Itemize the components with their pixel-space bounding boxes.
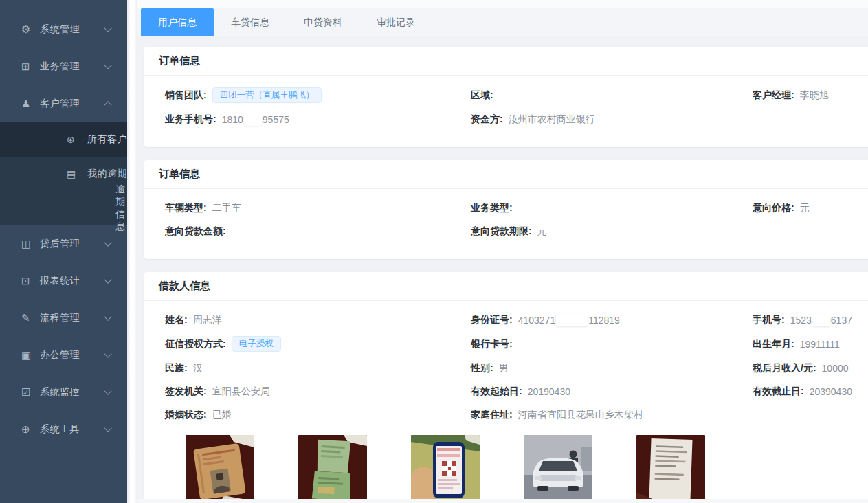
card-title-text: 借款人信息 xyxy=(159,280,210,293)
sidebar-item-label: 业务管理 xyxy=(40,60,80,73)
field-value: 李晓旭 xyxy=(800,89,829,102)
sidebar-item-label: 我的逾期 xyxy=(87,168,127,180)
field-funder: 资金方:汝州市农村商业银行 xyxy=(471,112,753,126)
green-booklet-thumbnail[interactable] xyxy=(298,435,367,503)
field-value: 6137 xyxy=(831,315,852,326)
wheel-icon: ⊛ xyxy=(67,134,87,145)
sidebar: ⚙系统管理⊞业务管理♟客户管理⊛所有客户▤我的逾期逾期信息◫贷后管理⊡报表统计✎… xyxy=(0,0,127,503)
field-name: 姓名:周志洋 xyxy=(165,313,471,327)
tab-approval-records[interactable]: 审批记录 xyxy=(359,8,432,36)
field-value: 男 xyxy=(499,362,509,375)
field-row: 民族:汉性别:男税后月收入/元:10000 xyxy=(165,361,868,375)
field-label: 区域: xyxy=(471,89,493,102)
card-order-info-1: 订单信息销售团队:四团一营（直属王鹏飞）区域:客户经理:李晓旭业务手机号:181… xyxy=(144,47,868,147)
field-label: 签发机关: xyxy=(165,385,207,398)
card-title: 订单信息 xyxy=(144,160,868,189)
chevron-up-icon xyxy=(104,101,111,109)
field-label: 银行卡号: xyxy=(471,338,513,350)
card-title: 订单信息 xyxy=(144,47,868,76)
sidebar-item-office-management[interactable]: ▣办公管理 xyxy=(0,337,127,374)
sidebar-item-business-management[interactable]: ⊞业务管理 xyxy=(0,48,127,85)
tab-label: 车贷信息 xyxy=(231,16,269,27)
field-sales-team: 销售团队:四团一营（直属王鹏飞） xyxy=(165,87,471,103)
tab-bar: 用户信息车贷信息申贷资料审批记录 xyxy=(137,8,868,36)
field-birth-date: 出生年月:19911111 xyxy=(753,336,868,352)
tab-label: 用户信息 xyxy=(158,16,197,27)
empty-cell xyxy=(753,112,868,126)
field-label: 业务手机号: xyxy=(165,113,216,126)
field-valid-until: 有效截止日:20390430 xyxy=(753,384,868,399)
user-icon: ♟ xyxy=(21,98,40,110)
horizontal-scrollbar[interactable] xyxy=(137,499,868,503)
tab-user-info[interactable]: 用户信息 xyxy=(141,8,214,36)
paper-doc-thumbnail[interactable] xyxy=(636,435,705,503)
sidebar-item-overdue-info[interactable]: 逾期信息 xyxy=(0,191,127,225)
field-label: 手机号: xyxy=(753,314,785,326)
field-value: 河南省宜阳县花果山乡木柴村 xyxy=(518,409,643,421)
field-ethnicity: 民族:汉 xyxy=(165,361,471,375)
tools-icon: ⊕ xyxy=(21,423,40,436)
person-car-thumbnail[interactable] xyxy=(524,435,592,503)
chevron-down-icon xyxy=(104,424,111,432)
phone-qr-thumbnail[interactable] xyxy=(411,435,480,503)
card-borrower-info: 借款人信息姓名:周志洋身份证号:4103271112819手机号:1523613… xyxy=(144,272,868,503)
attachment-person-car-photo: 人车合影 xyxy=(524,435,592,503)
field-valid-from: 有效起始日:20190430 xyxy=(471,384,753,399)
field-value: 112819 xyxy=(588,315,620,326)
privacy-mask xyxy=(244,113,262,126)
sidebar-item-report-statistics[interactable]: ⊡报表统计 xyxy=(0,262,127,300)
grid-icon: ⊞ xyxy=(21,60,40,73)
field-region: 区域: xyxy=(471,87,753,103)
card-title-text: 订单信息 xyxy=(159,168,200,181)
sidebar-item-label: 系统管理 xyxy=(40,23,80,36)
field-intended-price: 意向价格:元 xyxy=(753,201,868,215)
field-label: 征信授权方式: xyxy=(165,338,226,350)
field-label: 客户经理: xyxy=(753,89,794,102)
content-scrollbar[interactable] xyxy=(127,0,137,503)
tab-label: 审批记录 xyxy=(377,16,415,27)
field-row: 业务手机号:181095575资金方:汝州市农村商业银行 xyxy=(165,112,868,126)
field-value: 20390430 xyxy=(810,386,852,397)
submenu-customer-management: ⊛所有客户▤我的逾期逾期信息 xyxy=(0,122,127,225)
field-credit-auth-method: 征信授权方式:电子授权 xyxy=(165,336,471,352)
privacy-mask xyxy=(556,314,588,326)
sidebar-item-system-monitoring[interactable]: ☑系统监控 xyxy=(0,374,127,411)
field-label: 姓名: xyxy=(165,314,188,326)
document-icon: ▤ xyxy=(67,168,87,179)
top-strip xyxy=(137,0,868,8)
field-gender: 性别:男 xyxy=(471,361,753,375)
field-value: 二手车 xyxy=(212,202,241,214)
tab-loan-application-docs[interactable]: 申贷资料 xyxy=(287,8,359,36)
content-area: 订单信息销售团队:四团一营（直属王鹏飞）区域:客户经理:李晓旭业务手机号:181… xyxy=(137,36,868,503)
process-icon: ✎ xyxy=(21,312,40,324)
field-label: 身份证号: xyxy=(471,314,513,326)
id-card-thumbnail[interactable] xyxy=(186,435,254,503)
field-monthly-income-after-tax: 税后月收入/元:10000 xyxy=(753,361,868,375)
sidebar-item-system-tools[interactable]: ⊕系统工具 xyxy=(0,411,127,448)
sidebar-item-post-loan-management[interactable]: ◫贷后管理 xyxy=(0,225,127,262)
field-label: 车辆类型: xyxy=(165,202,207,214)
field-value: 宜阳县公安局 xyxy=(212,385,270,398)
sidebar-item-label: 逾期信息 xyxy=(115,183,127,233)
field-value: 1523 xyxy=(790,315,812,326)
field-value: 已婚 xyxy=(212,409,232,421)
sidebar-item-my-overdue[interactable]: ▤我的逾期 xyxy=(0,157,127,191)
sidebar-item-process-management[interactable]: ✎流程管理 xyxy=(0,300,127,337)
tab-car-loan-info[interactable]: 车贷信息 xyxy=(214,8,287,36)
field-row: 签发机关:宜阳县公安局有效起始日:20190430有效截止日:20390430 xyxy=(165,384,868,399)
field-value: 20190430 xyxy=(528,386,570,397)
field-value: 汉 xyxy=(193,362,203,375)
field-label: 资金方: xyxy=(471,113,503,126)
privacy-mask xyxy=(812,314,830,326)
field-intended-loan-amount: 意向贷款金额: xyxy=(165,224,471,238)
field-label: 出生年月: xyxy=(753,338,794,350)
empty-cell xyxy=(753,224,868,238)
field-home-address: 家庭住址:河南省宜阳县花果山乡木柴村 xyxy=(471,407,753,422)
sidebar-item-customer-management[interactable]: ♟客户管理 xyxy=(0,85,127,122)
sidebar-item-all-customers[interactable]: ⊛所有客户 xyxy=(0,122,127,157)
attachment-credit-auth-photo: 征信授权 xyxy=(411,435,480,503)
sidebar-item-system-management[interactable]: ⚙系统管理 xyxy=(0,11,127,48)
field-label: 意向价格: xyxy=(753,202,794,214)
field-marital-status: 婚姻状态:已婚 xyxy=(165,407,471,422)
field-value: 汝州市农村商业银行 xyxy=(509,113,595,126)
